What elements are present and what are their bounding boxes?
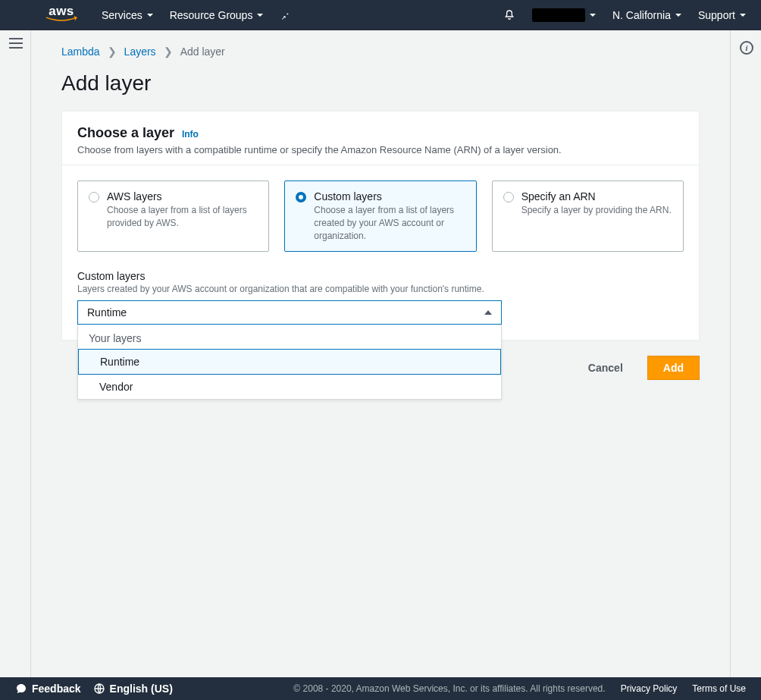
dropdown-option-runtime[interactable]: Runtime xyxy=(78,349,501,375)
radio-icon xyxy=(89,192,99,202)
speech-bubble-icon xyxy=(15,683,27,695)
option-specify-arn[interactable]: Specify an ARN Specify a layer by provid… xyxy=(492,180,684,252)
option-desc: Choose a layer from a list of layers cre… xyxy=(314,204,465,242)
info-icon[interactable]: i xyxy=(740,41,753,55)
nav-services[interactable]: Services xyxy=(102,9,153,21)
pin-icon xyxy=(280,10,290,20)
breadcrumb-current: Add layer xyxy=(180,46,225,58)
info-link[interactable]: Info xyxy=(182,129,199,140)
breadcrumb: Lambda ❯ Layers ❯ Add layer xyxy=(61,46,700,58)
dropdown-group-label: Your layers xyxy=(78,325,501,349)
account-pill xyxy=(532,8,585,22)
caret-down-icon xyxy=(740,14,746,17)
nav-resource-groups[interactable]: Resource Groups xyxy=(170,9,264,21)
triangle-up-icon xyxy=(484,310,492,315)
breadcrumb-link-lambda[interactable]: Lambda xyxy=(61,46,100,58)
cancel-button[interactable]: Cancel xyxy=(573,356,638,380)
caret-down-icon xyxy=(590,14,596,17)
page-title: Add layer xyxy=(61,71,700,96)
main-content: Lambda ❯ Layers ❯ Add layer Add layer Ch… xyxy=(30,30,731,677)
panel-heading: Choose a layer xyxy=(77,125,174,140)
terms-link[interactable]: Terms of Use xyxy=(692,683,746,694)
option-desc: Specify a layer by providing the ARN. xyxy=(521,204,672,217)
caret-down-icon xyxy=(147,14,153,17)
caret-down-icon xyxy=(257,14,263,17)
panel-description: Choose from layers with a compatible run… xyxy=(77,144,684,155)
custom-layers-select[interactable]: Runtime xyxy=(77,300,502,325)
custom-layers-hint: Layers created by your AWS account or or… xyxy=(77,284,684,294)
privacy-link[interactable]: Privacy Policy xyxy=(621,683,678,694)
top-nav: aws Services Resource Groups N. Californ… xyxy=(0,0,761,30)
add-button[interactable]: Add xyxy=(647,356,700,380)
choose-layer-panel: Choose a layer Info Choose from layers w… xyxy=(61,111,700,341)
bell-icon[interactable] xyxy=(503,9,515,21)
chevron-right-icon: ❯ xyxy=(108,46,117,58)
nav-support[interactable]: Support xyxy=(698,9,746,21)
globe-icon xyxy=(93,683,105,695)
custom-layers-dropdown: Your layers Runtime Vendor xyxy=(77,325,502,400)
feedback-link[interactable]: Feedback xyxy=(15,683,81,695)
option-title: AWS layers xyxy=(107,190,258,202)
nav-pin[interactable] xyxy=(280,10,290,20)
select-value: Runtime xyxy=(87,306,127,319)
hamburger-menu[interactable] xyxy=(9,38,23,49)
language-selector[interactable]: English (US) xyxy=(93,683,173,695)
radio-icon xyxy=(296,192,306,202)
breadcrumb-link-layers[interactable]: Layers xyxy=(124,46,156,58)
nav-region[interactable]: N. California xyxy=(612,9,681,21)
caret-down-icon xyxy=(675,14,681,17)
dropdown-option-vendor[interactable]: Vendor xyxy=(78,375,501,399)
option-custom-layers[interactable]: Custom layers Choose a layer from a list… xyxy=(284,180,476,252)
chevron-right-icon: ❯ xyxy=(164,46,173,58)
option-desc: Choose a layer from a list of layers pro… xyxy=(107,204,258,230)
option-aws-layers[interactable]: AWS layers Choose a layer from a list of… xyxy=(77,180,269,252)
custom-layers-label: Custom layers xyxy=(77,270,684,282)
radio-icon xyxy=(503,192,514,202)
aws-logo[interactable]: aws xyxy=(45,7,77,24)
copyright-text: © 2008 - 2020, Amazon Web Services, Inc.… xyxy=(293,683,605,694)
nav-account[interactable] xyxy=(532,8,596,22)
footer: Feedback English (US) © 2008 - 2020, Ama… xyxy=(0,677,761,700)
option-title: Specify an ARN xyxy=(521,190,672,202)
option-title: Custom layers xyxy=(314,190,465,202)
